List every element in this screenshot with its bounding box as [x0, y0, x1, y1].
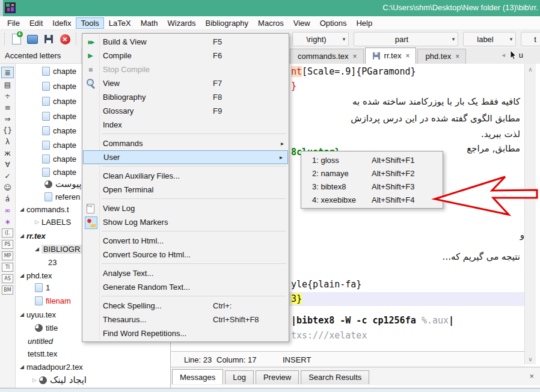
menu-item[interactable]: Check Spelling... Ctrl+:: [82, 299, 289, 313]
sidebar-header[interactable]: Accented letters: [0, 48, 82, 64]
toolbar-combo[interactable]: t ▾: [521, 32, 540, 46]
tab-close-icon[interactable]: ×: [353, 52, 357, 61]
menubar-item[interactable]: View: [289, 17, 315, 29]
scroll-down-icon[interactable]: ∨: [525, 354, 536, 364]
menubar-item[interactable]: Tools: [76, 17, 103, 29]
tree-row[interactable]: 23: [48, 256, 57, 268]
tree-row[interactable]: rr.tex: [20, 230, 46, 242]
symbol-tab[interactable]: ∗: [2, 216, 13, 227]
menu-item[interactable]: Thesaurus... Ctrl+Shift+F8: [82, 313, 289, 326]
symbol-tab[interactable]: ж: [2, 148, 13, 158]
symbol-tab[interactable]: λ: [2, 136, 13, 147]
submenu-item[interactable]: 2: namaye Alt+Shift+F2: [301, 167, 443, 180]
tree-row[interactable]: chapte: [42, 153, 76, 165]
tree-row[interactable]: BIBLIOGR: [35, 243, 82, 255]
new-file-button[interactable]: [9, 32, 23, 46]
tree-row[interactable]: پیوست: [44, 178, 82, 190]
menu-item[interactable]: Analyse Text...: [82, 266, 289, 280]
tree-expander-icon[interactable]: [35, 247, 39, 252]
menubar-item[interactable]: Macros: [253, 17, 289, 29]
submenu-item[interactable]: 3: bibtex8 Alt+Shift+F3: [301, 180, 443, 193]
tree-row[interactable]: chapte: [42, 65, 76, 77]
symbol-tab[interactable]: ≡: [2, 102, 13, 112]
menu-item[interactable]: View Log: [82, 201, 289, 215]
symbol-tab[interactable]: ☺: [2, 182, 13, 192]
tab-close-icon[interactable]: ×: [455, 52, 459, 61]
tree-expander-icon[interactable]: [20, 364, 24, 370]
tree-expander-icon[interactable]: [20, 207, 24, 212]
symbol-tab[interactable]: ∀: [2, 159, 13, 170]
tree-row[interactable]: ایجاد لینک: [32, 374, 87, 386]
submenu-item[interactable]: 4: xexebibxe Alt+Shift+F4: [301, 193, 443, 206]
bottom-panel-tab[interactable]: Preview: [256, 370, 299, 384]
menu-item[interactable]: User: [83, 150, 288, 164]
editor-tab[interactable]: phd.tex ×: [417, 49, 466, 64]
menu-item[interactable]: [102, 296, 286, 296]
tree-row[interactable]: commands.t: [20, 203, 69, 215]
menu-item[interactable]: Compile F6: [82, 49, 289, 63]
menubar-item[interactable]: Options: [315, 17, 352, 29]
scroll-up-icon[interactable]: ∧: [525, 64, 536, 74]
editor-scrollbar[interactable]: ∧ ∨: [524, 64, 536, 364]
menu-item[interactable]: Find Word Repetitions...: [82, 326, 289, 340]
menu-item[interactable]: Generate Random Text...: [82, 280, 289, 294]
symbol-tab[interactable]: PS: [2, 240, 13, 249]
bottom-panel-tab[interactable]: Search Results: [301, 370, 369, 384]
open-file-button[interactable]: [25, 32, 40, 46]
toolbar-combo[interactable]: \right) ▾: [292, 32, 349, 46]
symbol-tab[interactable]: á: [2, 194, 13, 204]
chevron-down-icon[interactable]: ▾: [340, 36, 348, 42]
symbol-tab[interactable]: ⇒: [2, 114, 13, 124]
tree-row[interactable]: tetstt.tex: [28, 348, 57, 360]
symbol-tab[interactable]: AS: [2, 274, 13, 283]
editor-tab[interactable]: commands.tex ×: [290, 49, 364, 64]
chevron-down-icon[interactable]: ▾: [507, 36, 515, 42]
menubar-item[interactable]: Edit: [25, 17, 48, 29]
menu-item[interactable]: Bibliography F8: [82, 90, 289, 104]
tree-row[interactable]: chapte: [42, 110, 76, 122]
menu-item[interactable]: [102, 198, 286, 199]
menu-item[interactable]: Show Log Markers: [82, 215, 289, 229]
menubar-item[interactable]: LaTeX: [104, 17, 136, 29]
tree-expander-icon[interactable]: [32, 378, 37, 383]
toolbar-combo[interactable]: label ▾: [463, 32, 516, 46]
menubar-item[interactable]: Bibliography: [201, 17, 254, 29]
symbol-tab[interactable]: TI: [2, 263, 13, 272]
menubar-item[interactable]: Idefix: [48, 17, 76, 29]
tab-scroll-left-button[interactable]: ◂: [502, 51, 505, 59]
symbol-tab[interactable]: ÷: [2, 91, 13, 101]
menubar-item[interactable]: File: [2, 17, 25, 29]
tree-row[interactable]: uyuu.tex: [20, 308, 56, 320]
save-button[interactable]: [41, 32, 56, 46]
menu-item[interactable]: [102, 133, 286, 134]
symbol-tab[interactable]: ✓: [2, 171, 13, 181]
tree-row[interactable]: filenam: [35, 295, 71, 307]
menubar-item[interactable]: Help: [351, 17, 377, 29]
tree-row[interactable]: untitled: [28, 335, 53, 347]
toolbar-combo[interactable]: part ▾: [354, 32, 458, 46]
partial-tab-label[interactable]: u: [519, 51, 523, 60]
chevron-down-icon[interactable]: ▾: [449, 36, 458, 42]
tree-row[interactable]: madadpour2.tex: [20, 361, 83, 373]
tree-row[interactable]: chapte: [42, 124, 76, 136]
tree-expander-icon[interactable]: [20, 233, 24, 239]
editor-tab[interactable]: rr.tex ×: [365, 47, 417, 64]
symbol-tab[interactable]: ≣: [1, 67, 14, 78]
menu-item[interactable]: Glossary F9: [82, 104, 289, 118]
symbol-tab[interactable]: {}: [2, 125, 13, 135]
menu-item[interactable]: Open Terminal: [82, 183, 289, 197]
tree-expander-icon[interactable]: [35, 219, 39, 225]
tree-row[interactable]: chapte: [42, 80, 76, 92]
menubar-item[interactable]: Wizards: [163, 17, 201, 29]
menu-item[interactable]: Clean Auxiliary Files...: [82, 169, 289, 183]
tree-expander-icon[interactable]: [20, 312, 24, 317]
tree-row[interactable]: chapte: [42, 166, 76, 178]
tab-close-icon[interactable]: ×: [405, 52, 410, 60]
menu-item[interactable]: Convert Source to Html...: [82, 248, 289, 262]
menu-item[interactable]: [102, 263, 286, 264]
tree-expander-icon[interactable]: [20, 273, 24, 278]
menu-item[interactable]: [102, 231, 286, 231]
panel-close-icon[interactable]: ×: [529, 372, 534, 381]
tree-row[interactable]: chapte: [42, 139, 76, 151]
symbol-tab[interactable]: ▤: [2, 79, 13, 90]
